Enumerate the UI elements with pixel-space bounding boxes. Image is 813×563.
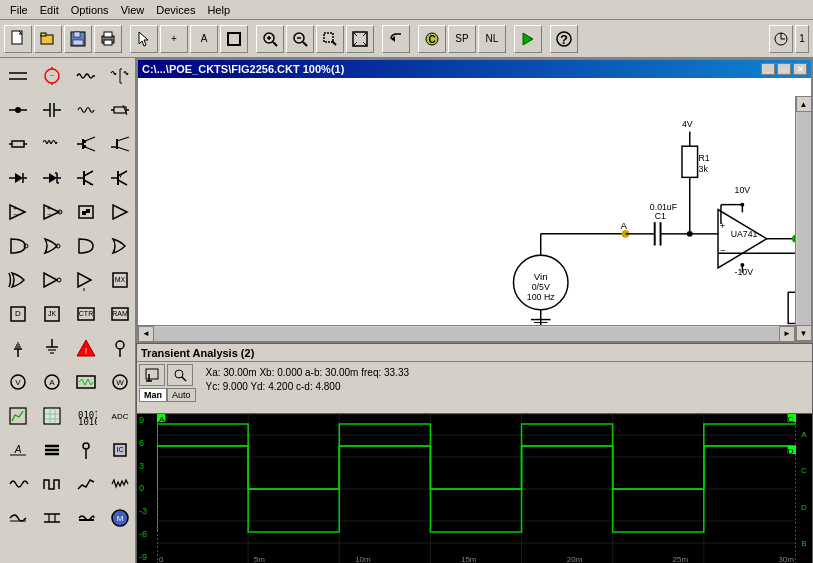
cursor-button[interactable]	[130, 25, 158, 53]
analysis-zoom-btn[interactable]	[167, 364, 193, 386]
sine-gen-btn[interactable]	[2, 468, 34, 500]
noise-btn[interactable]	[104, 468, 136, 500]
help-button[interactable]: ?	[550, 25, 578, 53]
menu-view[interactable]: View	[115, 2, 151, 18]
vcc-btn[interactable]	[2, 332, 34, 364]
wattmeter-btn[interactable]: W	[104, 366, 136, 398]
voltage-src-btn[interactable]: ~	[36, 60, 68, 92]
graph-btn[interactable]	[2, 400, 34, 432]
maximize-button[interactable]: □	[777, 63, 791, 75]
menu-file[interactable]: File	[4, 2, 34, 18]
pin-btn[interactable]	[70, 434, 102, 466]
wire-button[interactable]: +	[160, 25, 188, 53]
vertical-scrollbar[interactable]: ▲ ▼	[795, 96, 811, 341]
gnd-btn[interactable]	[36, 332, 68, 364]
ff-jk-btn[interactable]: JK	[36, 298, 68, 330]
buffer-btn[interactable]	[104, 196, 136, 228]
zener-btn[interactable]	[36, 162, 68, 194]
zoom-area-button[interactable]	[316, 25, 344, 53]
bus-btn[interactable]	[36, 434, 68, 466]
scroll-track-h[interactable]	[154, 327, 779, 341]
new-button[interactable]	[4, 25, 32, 53]
transformer-btn[interactable]	[104, 60, 136, 92]
tristate-btn[interactable]	[70, 264, 102, 296]
oscilloscope-btn[interactable]	[70, 366, 102, 398]
macro-btn[interactable]: M	[104, 502, 136, 534]
jfet-btn[interactable]	[104, 128, 136, 160]
transmission-btn[interactable]	[2, 502, 34, 534]
run-button[interactable]	[514, 25, 542, 53]
scroll-track-v[interactable]	[797, 112, 811, 325]
undo-button[interactable]	[382, 25, 410, 53]
close-button[interactable]: ✕	[793, 63, 807, 75]
ferrite-btn[interactable]	[70, 502, 102, 534]
open-button[interactable]	[34, 25, 62, 53]
or-btn[interactable]	[104, 230, 136, 262]
nor-btn[interactable]	[36, 230, 68, 262]
piecewise-btn[interactable]	[70, 468, 102, 500]
mosfet-btn[interactable]	[70, 128, 102, 160]
alarm-btn[interactable]: !	[70, 332, 102, 364]
ammeter-btn[interactable]: A	[36, 366, 68, 398]
zoom-fit-button[interactable]	[346, 25, 374, 53]
resistor-btn[interactable]	[2, 128, 34, 160]
mux-btn[interactable]: MX	[104, 264, 136, 296]
x-tick-5m: 5m	[254, 555, 265, 563]
analysis-cursor-btn[interactable]	[139, 364, 165, 386]
schmitt-btn[interactable]	[70, 196, 102, 228]
schematic-canvas[interactable]: ⏚ Vin 0/5V 100 Hz A	[138, 78, 811, 341]
print-button[interactable]	[94, 25, 122, 53]
netlist-button[interactable]: NL	[478, 25, 506, 53]
horizontal-scrollbar[interactable]: ◄ ►	[138, 325, 795, 341]
scroll-down-arrow[interactable]: ▼	[796, 325, 812, 341]
wire-h-btn[interactable]	[2, 60, 34, 92]
man-tab[interactable]: Man	[139, 388, 167, 402]
ff-d-btn[interactable]: D	[2, 298, 34, 330]
inv-btn[interactable]	[36, 264, 68, 296]
coupled-ind-btn[interactable]	[36, 128, 68, 160]
component-button[interactable]: C	[418, 25, 446, 53]
zoom-in-button[interactable]	[256, 25, 284, 53]
svg-marker-67	[49, 173, 57, 183]
bjt-pnp-btn[interactable]	[104, 162, 136, 194]
scroll-up-arrow[interactable]: ▲	[796, 96, 812, 112]
xor-btn[interactable]	[2, 264, 34, 296]
save-button[interactable]	[64, 25, 92, 53]
scroll-left-arrow[interactable]: ◄	[138, 326, 154, 342]
scroll-right-arrow[interactable]: ►	[779, 326, 795, 342]
box-button[interactable]	[220, 25, 248, 53]
minimize-button[interactable]: _	[761, 63, 775, 75]
counter-btn[interactable]: CTR	[70, 298, 102, 330]
menu-help[interactable]: Help	[201, 2, 236, 18]
ram-btn[interactable]: RAM	[104, 298, 136, 330]
probe-btn[interactable]	[104, 332, 136, 364]
spice-button[interactable]: SP	[448, 25, 476, 53]
ic-btn[interactable]: IC	[104, 434, 136, 466]
capacitor-btn[interactable]	[36, 94, 68, 126]
dot-btn[interactable]	[2, 94, 34, 126]
grid-btn[interactable]	[36, 400, 68, 432]
text-button[interactable]: A	[190, 25, 218, 53]
label-btn[interactable]: A	[2, 434, 34, 466]
adc-btn[interactable]: ADC	[104, 400, 136, 432]
menu-options[interactable]: Options	[65, 2, 115, 18]
nand-btn[interactable]	[2, 230, 34, 262]
opamp-btn[interactable]: +−	[2, 196, 34, 228]
zoom-out-button[interactable]	[286, 25, 314, 53]
digital-btn[interactable]: 01011010	[70, 400, 102, 432]
menu-edit[interactable]: Edit	[34, 2, 65, 18]
resistor-var-btn[interactable]	[104, 94, 136, 126]
auto-tab[interactable]: Auto	[167, 388, 196, 402]
bjt-npn-btn[interactable]	[70, 162, 102, 194]
svg-line-75	[84, 180, 93, 185]
inductor-btn[interactable]	[70, 60, 102, 92]
and-btn[interactable]	[70, 230, 102, 262]
svg-rect-2	[41, 33, 46, 36]
diode-btn[interactable]	[2, 162, 34, 194]
voltmeter-btn[interactable]: V	[2, 366, 34, 398]
comparator-btn[interactable]: +−	[36, 196, 68, 228]
ladder-btn[interactable]	[36, 502, 68, 534]
wave-src-btn[interactable]	[70, 94, 102, 126]
pulse-gen-btn[interactable]	[36, 468, 68, 500]
menu-devices[interactable]: Devices	[150, 2, 201, 18]
